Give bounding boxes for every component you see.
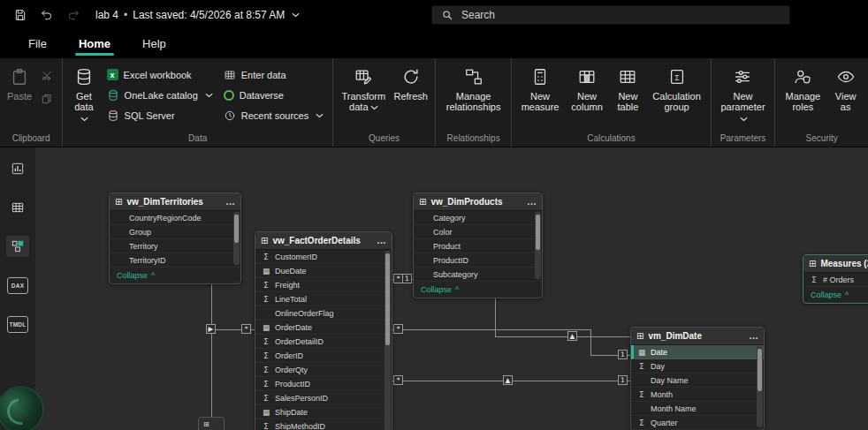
- copy-button[interactable]: [36, 89, 57, 109]
- relationship-line[interactable]: [495, 336, 630, 337]
- dataverse-button[interactable]: Dataverse: [219, 85, 328, 105]
- more-options-button[interactable]: …: [377, 236, 386, 245]
- model-view-button[interactable]: [6, 236, 29, 257]
- model-canvas[interactable]: ⊞ ▶**1*1*▲1▲⊞vw_DimTerritories…CountryRe…: [35, 147, 868, 430]
- new-column-icon: [577, 67, 597, 87]
- collapse-link[interactable]: Collapse^: [414, 282, 542, 298]
- model-table-Measures[interactable]: ⊞Measures (2)…Σ# OrdersCollapse^: [803, 254, 868, 304]
- scrollbar-track[interactable]: [385, 251, 391, 430]
- view-as-button[interactable]: View as: [827, 63, 864, 115]
- field-row[interactable]: Group: [110, 225, 240, 239]
- new-measure-button[interactable]: New measure: [516, 63, 564, 115]
- field-row[interactable]: Color: [414, 225, 542, 239]
- field-row[interactable]: ΣCustomerID: [255, 250, 392, 264]
- table-title: vw_FactOrderDetails: [272, 236, 372, 245]
- manage-roles-button[interactable]: Manage roles: [780, 63, 826, 115]
- field-row[interactable]: ΣProductID: [255, 377, 392, 391]
- field-row[interactable]: ProductID: [414, 253, 542, 268]
- more-options-button[interactable]: …: [749, 331, 758, 341]
- excel-workbook-button[interactable]: x Excel workbook: [103, 64, 217, 85]
- relationship-line[interactable]: [392, 329, 591, 330]
- new-parameter-button[interactable]: New parameter: [716, 63, 771, 125]
- relationship-line[interactable]: [211, 283, 212, 430]
- sigma-icon: Σ: [262, 366, 270, 374]
- scrollbar-track[interactable]: [233, 212, 240, 265]
- manage-relationships-button[interactable]: Manage relationships: [440, 63, 506, 115]
- calculation-group-button[interactable]: Calculation group: [648, 63, 706, 115]
- table-card-header[interactable]: ⊞vw_DimProducts…: [414, 193, 542, 211]
- paste-button[interactable]: Paste: [4, 63, 34, 103]
- dataverse-icon: [224, 90, 234, 101]
- scrollbar-track[interactable]: [535, 212, 541, 279]
- new-table-button[interactable]: New table: [610, 63, 645, 115]
- scrollbar-track[interactable]: [757, 346, 763, 427]
- field-row[interactable]: ΣMonth: [631, 388, 764, 402]
- scrollbar-thumb[interactable]: [234, 215, 239, 243]
- table-card-header[interactable]: ⊞vw_DimTerritories…: [110, 193, 240, 211]
- model-table-vm_DimDate[interactable]: ⊞vm_DimDate…▦DateΣDayDay NameΣMonthMonth…: [630, 327, 765, 430]
- field-row[interactable]: OnlineOrderFlag: [255, 306, 392, 321]
- model-table-vw_DimProducts[interactable]: ⊞vw_DimProducts…CategoryColorProductProd…: [413, 192, 543, 298]
- onelake-catalog-button[interactable]: OneLake catalog: [103, 85, 217, 105]
- field-row[interactable]: Subcategory: [414, 268, 542, 282]
- new-column-button[interactable]: New column: [566, 63, 608, 115]
- field-row[interactable]: ▦ShipDate: [255, 405, 392, 419]
- recent-sources-button[interactable]: Recent sources: [219, 105, 328, 125]
- field-row[interactable]: ΣLineTotal: [255, 292, 392, 306]
- redo-button[interactable]: [60, 4, 87, 26]
- more-options-button[interactable]: …: [527, 197, 537, 207]
- table-card-header[interactable]: ⊞Measures (2)…: [803, 255, 868, 273]
- field-row[interactable]: ΣDay: [631, 359, 764, 373]
- field-row[interactable]: ▦DueDate: [255, 264, 392, 278]
- collapse-link[interactable]: Collapse^: [110, 268, 240, 283]
- transform-data-button[interactable]: Transform data: [338, 63, 389, 115]
- field-row[interactable]: ΣFreight: [255, 278, 392, 292]
- field-row[interactable]: ▦OrderDate: [255, 321, 392, 335]
- table-card-header[interactable]: ⊞vw_FactOrderDetails…: [255, 232, 392, 250]
- menu-help[interactable]: Help: [130, 31, 179, 58]
- more-options-button[interactable]: …: [225, 197, 235, 207]
- scrollbar-thumb[interactable]: [758, 349, 762, 391]
- field-row[interactable]: Σ# Orders: [803, 273, 868, 287]
- sql-server-button[interactable]: SQL Server: [103, 105, 217, 125]
- field-row[interactable]: Product: [414, 239, 542, 253]
- field-row[interactable]: ΣSalesPersonID: [255, 391, 392, 405]
- relationship-line[interactable]: [495, 297, 496, 337]
- report-view-button[interactable]: [6, 158, 29, 179]
- field-row[interactable]: ΣShipMethodID: [255, 419, 392, 430]
- table-view-button[interactable]: [6, 197, 29, 218]
- group-label-relationships: Relationships: [440, 132, 506, 146]
- field-row[interactable]: TerritoryID: [110, 253, 240, 268]
- cut-button[interactable]: [36, 66, 57, 86]
- field-row[interactable]: ▦Date: [631, 345, 764, 359]
- undo-button[interactable]: [34, 4, 60, 26]
- collapse-link[interactable]: Collapse^: [803, 287, 868, 303]
- field-row[interactable]: CountryRegionCode: [110, 211, 240, 225]
- field-row[interactable]: Category: [414, 211, 542, 225]
- enter-data-button[interactable]: Enter data: [219, 64, 328, 85]
- field-row[interactable]: Territory: [110, 239, 240, 253]
- field-row[interactable]: ΣOrderDetailID: [255, 335, 392, 349]
- menu-home[interactable]: Home: [66, 31, 123, 58]
- document-title[interactable]: lab 4 • Last saved: 4/5/2026 at 8:57 AM: [95, 9, 300, 21]
- scrollbar-thumb[interactable]: [536, 215, 540, 250]
- tmdl-view-button[interactable]: TMDL: [6, 313, 29, 335]
- table-card-header[interactable]: ⊞vm_DimDate…: [631, 328, 764, 345]
- dax-query-view-button[interactable]: DAX: [6, 275, 29, 296]
- field-row[interactable]: ΣOrderQty: [255, 363, 392, 377]
- relationship-line[interactable]: [590, 329, 591, 356]
- refresh-button[interactable]: Refresh: [391, 63, 430, 103]
- field-row[interactable]: Month Name: [631, 402, 764, 416]
- field-row[interactable]: ΣOrderID: [255, 349, 392, 363]
- model-table-vw_DimTerritories[interactable]: ⊞vw_DimTerritories…CountryRegionCodeGrou…: [109, 192, 241, 284]
- save-button[interactable]: [7, 4, 34, 26]
- search-bar[interactable]: Search: [431, 5, 790, 25]
- menu-file[interactable]: File: [16, 31, 59, 58]
- partial-table-card[interactable]: ⊞: [198, 417, 225, 430]
- field-row[interactable]: Day Name: [631, 373, 764, 388]
- model-table-vw_FactOrderDetails[interactable]: ⊞vw_FactOrderDetails…ΣCustomerID▦DueDate…: [255, 231, 392, 430]
- scrollbar-thumb[interactable]: [385, 253, 390, 345]
- field-row[interactable]: ΣQuarter: [631, 416, 764, 430]
- get-data-button[interactable]: Get data: [67, 63, 100, 125]
- table-fields: ΣCustomerID▦DueDateΣFreightΣLineTotalOnl…: [255, 250, 392, 430]
